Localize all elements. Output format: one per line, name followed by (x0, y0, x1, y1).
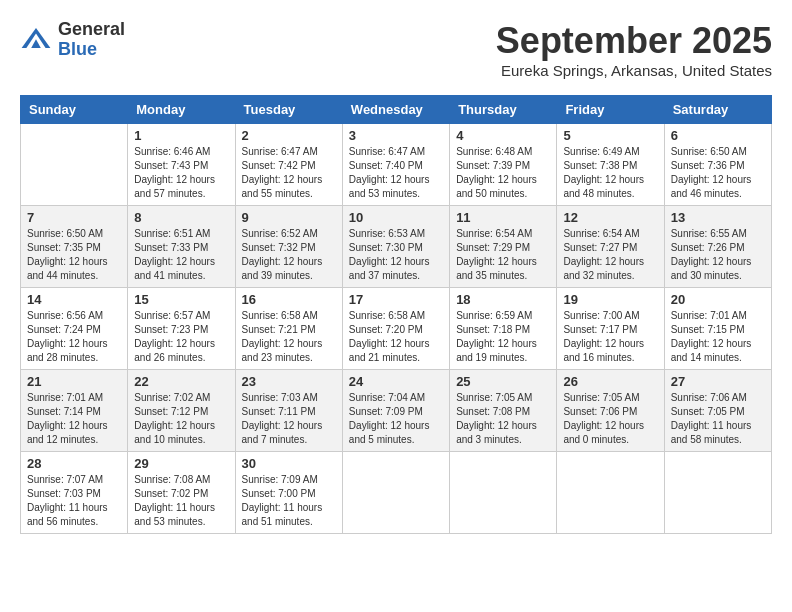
day-info: Sunrise: 6:55 AMSunset: 7:26 PMDaylight:… (671, 227, 765, 283)
calendar-cell: 17Sunrise: 6:58 AMSunset: 7:20 PMDayligh… (342, 288, 449, 370)
calendar-cell: 7Sunrise: 6:50 AMSunset: 7:35 PMDaylight… (21, 206, 128, 288)
day-header-monday: Monday (128, 96, 235, 124)
header: General Blue September 2025 Eureka Sprin… (20, 20, 772, 79)
calendar-week-1: 1Sunrise: 6:46 AMSunset: 7:43 PMDaylight… (21, 124, 772, 206)
logo: General Blue (20, 20, 125, 60)
day-number: 8 (134, 210, 228, 225)
day-number: 12 (563, 210, 657, 225)
day-info: Sunrise: 7:07 AMSunset: 7:03 PMDaylight:… (27, 473, 121, 529)
calendar-body: 1Sunrise: 6:46 AMSunset: 7:43 PMDaylight… (21, 124, 772, 534)
calendar-cell: 30Sunrise: 7:09 AMSunset: 7:00 PMDayligh… (235, 452, 342, 534)
day-number: 9 (242, 210, 336, 225)
day-info: Sunrise: 7:02 AMSunset: 7:12 PMDaylight:… (134, 391, 228, 447)
day-info: Sunrise: 6:46 AMSunset: 7:43 PMDaylight:… (134, 145, 228, 201)
calendar-week-4: 21Sunrise: 7:01 AMSunset: 7:14 PMDayligh… (21, 370, 772, 452)
calendar-cell: 19Sunrise: 7:00 AMSunset: 7:17 PMDayligh… (557, 288, 664, 370)
calendar-cell: 15Sunrise: 6:57 AMSunset: 7:23 PMDayligh… (128, 288, 235, 370)
day-info: Sunrise: 6:47 AMSunset: 7:40 PMDaylight:… (349, 145, 443, 201)
calendar-cell (21, 124, 128, 206)
day-info: Sunrise: 7:05 AMSunset: 7:08 PMDaylight:… (456, 391, 550, 447)
day-number: 17 (349, 292, 443, 307)
calendar-cell (450, 452, 557, 534)
location-title: Eureka Springs, Arkansas, United States (496, 62, 772, 79)
calendar-cell: 13Sunrise: 6:55 AMSunset: 7:26 PMDayligh… (664, 206, 771, 288)
day-number: 10 (349, 210, 443, 225)
day-info: Sunrise: 7:09 AMSunset: 7:00 PMDaylight:… (242, 473, 336, 529)
day-number: 25 (456, 374, 550, 389)
day-info: Sunrise: 6:50 AMSunset: 7:35 PMDaylight:… (27, 227, 121, 283)
calendar-cell: 5Sunrise: 6:49 AMSunset: 7:38 PMDaylight… (557, 124, 664, 206)
calendar-cell: 1Sunrise: 6:46 AMSunset: 7:43 PMDaylight… (128, 124, 235, 206)
day-number: 30 (242, 456, 336, 471)
calendar-week-3: 14Sunrise: 6:56 AMSunset: 7:24 PMDayligh… (21, 288, 772, 370)
day-number: 3 (349, 128, 443, 143)
day-info: Sunrise: 7:00 AMSunset: 7:17 PMDaylight:… (563, 309, 657, 365)
calendar-cell: 8Sunrise: 6:51 AMSunset: 7:33 PMDaylight… (128, 206, 235, 288)
calendar-cell: 10Sunrise: 6:53 AMSunset: 7:30 PMDayligh… (342, 206, 449, 288)
day-number: 11 (456, 210, 550, 225)
day-info: Sunrise: 6:48 AMSunset: 7:39 PMDaylight:… (456, 145, 550, 201)
calendar-cell (664, 452, 771, 534)
day-number: 27 (671, 374, 765, 389)
day-number: 28 (27, 456, 121, 471)
day-header-wednesday: Wednesday (342, 96, 449, 124)
day-number: 15 (134, 292, 228, 307)
day-info: Sunrise: 6:57 AMSunset: 7:23 PMDaylight:… (134, 309, 228, 365)
calendar-cell: 21Sunrise: 7:01 AMSunset: 7:14 PMDayligh… (21, 370, 128, 452)
day-info: Sunrise: 7:01 AMSunset: 7:14 PMDaylight:… (27, 391, 121, 447)
calendar-cell: 11Sunrise: 6:54 AMSunset: 7:29 PMDayligh… (450, 206, 557, 288)
calendar-cell: 18Sunrise: 6:59 AMSunset: 7:18 PMDayligh… (450, 288, 557, 370)
header-row: SundayMondayTuesdayWednesdayThursdayFrid… (21, 96, 772, 124)
day-header-sunday: Sunday (21, 96, 128, 124)
day-info: Sunrise: 6:56 AMSunset: 7:24 PMDaylight:… (27, 309, 121, 365)
day-number: 18 (456, 292, 550, 307)
calendar-cell: 25Sunrise: 7:05 AMSunset: 7:08 PMDayligh… (450, 370, 557, 452)
calendar-cell: 12Sunrise: 6:54 AMSunset: 7:27 PMDayligh… (557, 206, 664, 288)
day-info: Sunrise: 7:06 AMSunset: 7:05 PMDaylight:… (671, 391, 765, 447)
day-number: 19 (563, 292, 657, 307)
day-info: Sunrise: 6:58 AMSunset: 7:20 PMDaylight:… (349, 309, 443, 365)
calendar-cell: 14Sunrise: 6:56 AMSunset: 7:24 PMDayligh… (21, 288, 128, 370)
day-info: Sunrise: 6:54 AMSunset: 7:27 PMDaylight:… (563, 227, 657, 283)
day-info: Sunrise: 6:51 AMSunset: 7:33 PMDaylight:… (134, 227, 228, 283)
calendar-cell: 24Sunrise: 7:04 AMSunset: 7:09 PMDayligh… (342, 370, 449, 452)
day-info: Sunrise: 7:05 AMSunset: 7:06 PMDaylight:… (563, 391, 657, 447)
logo-blue-text: Blue (58, 40, 125, 60)
day-info: Sunrise: 6:47 AMSunset: 7:42 PMDaylight:… (242, 145, 336, 201)
calendar-cell: 26Sunrise: 7:05 AMSunset: 7:06 PMDayligh… (557, 370, 664, 452)
calendar-cell: 16Sunrise: 6:58 AMSunset: 7:21 PMDayligh… (235, 288, 342, 370)
day-info: Sunrise: 6:53 AMSunset: 7:30 PMDaylight:… (349, 227, 443, 283)
logo-text: General Blue (58, 20, 125, 60)
month-title: September 2025 (496, 20, 772, 62)
day-info: Sunrise: 7:04 AMSunset: 7:09 PMDaylight:… (349, 391, 443, 447)
calendar-cell: 2Sunrise: 6:47 AMSunset: 7:42 PMDaylight… (235, 124, 342, 206)
calendar-cell: 3Sunrise: 6:47 AMSunset: 7:40 PMDaylight… (342, 124, 449, 206)
calendar-cell: 4Sunrise: 6:48 AMSunset: 7:39 PMDaylight… (450, 124, 557, 206)
calendar-cell: 29Sunrise: 7:08 AMSunset: 7:02 PMDayligh… (128, 452, 235, 534)
day-info: Sunrise: 6:49 AMSunset: 7:38 PMDaylight:… (563, 145, 657, 201)
calendar-cell (342, 452, 449, 534)
day-info: Sunrise: 6:54 AMSunset: 7:29 PMDaylight:… (456, 227, 550, 283)
day-number: 6 (671, 128, 765, 143)
logo-general-text: General (58, 20, 125, 40)
day-number: 23 (242, 374, 336, 389)
day-info: Sunrise: 7:08 AMSunset: 7:02 PMDaylight:… (134, 473, 228, 529)
day-number: 2 (242, 128, 336, 143)
day-number: 7 (27, 210, 121, 225)
day-header-thursday: Thursday (450, 96, 557, 124)
calendar-header: SundayMondayTuesdayWednesdayThursdayFrid… (21, 96, 772, 124)
calendar-cell: 28Sunrise: 7:07 AMSunset: 7:03 PMDayligh… (21, 452, 128, 534)
day-number: 26 (563, 374, 657, 389)
calendar-cell: 23Sunrise: 7:03 AMSunset: 7:11 PMDayligh… (235, 370, 342, 452)
day-info: Sunrise: 6:58 AMSunset: 7:21 PMDaylight:… (242, 309, 336, 365)
day-number: 14 (27, 292, 121, 307)
day-number: 21 (27, 374, 121, 389)
day-info: Sunrise: 7:01 AMSunset: 7:15 PMDaylight:… (671, 309, 765, 365)
day-header-friday: Friday (557, 96, 664, 124)
day-number: 1 (134, 128, 228, 143)
calendar-cell: 27Sunrise: 7:06 AMSunset: 7:05 PMDayligh… (664, 370, 771, 452)
calendar-cell: 6Sunrise: 6:50 AMSunset: 7:36 PMDaylight… (664, 124, 771, 206)
day-number: 16 (242, 292, 336, 307)
day-header-tuesday: Tuesday (235, 96, 342, 124)
title-section: September 2025 Eureka Springs, Arkansas,… (496, 20, 772, 79)
